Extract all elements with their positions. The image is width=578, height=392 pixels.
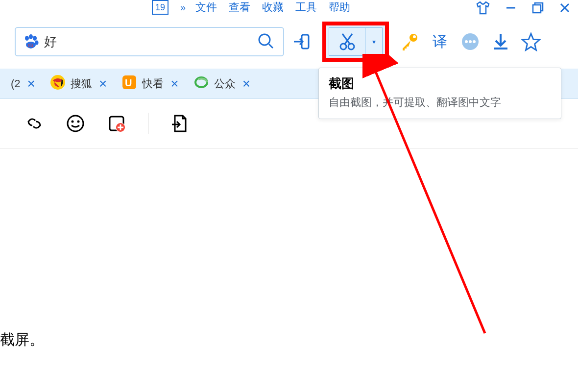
search-icon[interactable] bbox=[257, 32, 276, 51]
tab-close-icon[interactable]: × bbox=[25, 76, 35, 92]
tab-close-icon[interactable]: × bbox=[241, 76, 250, 92]
menu-favorites[interactable]: 收藏 bbox=[262, 0, 284, 15]
content-text: 截屏。 bbox=[0, 331, 44, 347]
screenshot-button-highlight: ▾ bbox=[322, 22, 389, 62]
svg-point-5 bbox=[25, 36, 29, 41]
file-export-icon[interactable] bbox=[170, 114, 190, 133]
key-icon[interactable] bbox=[400, 32, 419, 51]
link-icon[interactable] bbox=[24, 114, 44, 133]
address-bar-row: du ▾ 译 bbox=[0, 15, 578, 69]
menu-tools[interactable]: 工具 bbox=[295, 0, 317, 15]
menu-file[interactable]: 文件 bbox=[195, 0, 217, 15]
screenshot-button[interactable]: ▾ bbox=[329, 27, 383, 56]
add-page-icon[interactable] bbox=[107, 114, 126, 133]
svg-text:U: U bbox=[125, 77, 132, 88]
sogou-icon bbox=[50, 74, 66, 93]
tab-label: 搜狐 bbox=[71, 76, 92, 91]
search-input[interactable] bbox=[44, 34, 257, 49]
baidu-paw-icon: du bbox=[23, 33, 39, 50]
tooltip-description: 自由截图，并可提取、翻译图中文字 bbox=[329, 95, 551, 110]
tab-label: (2 bbox=[11, 77, 21, 90]
svg-text:du: du bbox=[28, 43, 33, 48]
calendar-day: 19 bbox=[155, 2, 165, 13]
tab-gongzhong[interactable]: 公众 × bbox=[188, 72, 256, 96]
tab-label: 公众 bbox=[214, 76, 236, 91]
svg-line-11 bbox=[269, 44, 273, 48]
close-icon[interactable] bbox=[558, 1, 571, 17]
tab-sogou[interactable]: 搜狐 × bbox=[44, 72, 113, 96]
svg-point-23 bbox=[473, 40, 476, 43]
divider bbox=[148, 113, 148, 134]
kuaikan-icon: U bbox=[121, 74, 137, 93]
svg-point-19 bbox=[413, 35, 416, 38]
svg-point-29 bbox=[68, 116, 83, 131]
more-icon[interactable] bbox=[460, 32, 480, 51]
tab-kuaikan[interactable]: U 快看 × bbox=[116, 72, 184, 96]
minimize-icon[interactable] bbox=[505, 1, 517, 17]
screenshot-dropdown[interactable]: ▾ bbox=[365, 38, 382, 46]
translate-icon[interactable]: 译 bbox=[430, 32, 450, 51]
svg-point-15 bbox=[348, 44, 354, 49]
svg-point-31 bbox=[77, 121, 80, 123]
shirt-icon[interactable] bbox=[475, 1, 491, 18]
search-box[interactable]: du bbox=[15, 27, 284, 56]
svg-point-30 bbox=[72, 121, 74, 123]
restore-icon[interactable] bbox=[531, 1, 545, 18]
scissors-icon[interactable] bbox=[329, 28, 365, 55]
menu-help[interactable]: 帮助 bbox=[329, 0, 350, 15]
tab-label: 快看 bbox=[142, 76, 164, 91]
login-icon[interactable] bbox=[292, 32, 312, 51]
more-chevrons-icon[interactable]: » bbox=[180, 2, 184, 13]
svg-point-21 bbox=[465, 40, 468, 43]
svg-rect-2 bbox=[533, 5, 541, 13]
smile-icon[interactable] bbox=[66, 114, 85, 133]
svg-point-6 bbox=[29, 34, 33, 39]
wechat-icon bbox=[193, 74, 209, 93]
chevron-down-icon: ▾ bbox=[372, 38, 376, 46]
svg-point-14 bbox=[340, 44, 346, 49]
svg-point-7 bbox=[33, 36, 37, 41]
menu-view[interactable]: 查看 bbox=[229, 0, 250, 15]
page-content: 截屏。 bbox=[0, 148, 578, 350]
toolbar: ▾ 译 bbox=[292, 22, 541, 62]
tab-1[interactable]: (2 × bbox=[5, 72, 41, 96]
tab-close-icon[interactable]: × bbox=[169, 76, 178, 92]
svg-point-10 bbox=[259, 34, 270, 45]
svg-point-22 bbox=[469, 40, 472, 43]
download-icon[interactable] bbox=[491, 32, 510, 51]
screenshot-tooltip: 截图 自由截图，并可提取、翻译图中文字 bbox=[318, 68, 561, 119]
tab-close-icon[interactable]: × bbox=[97, 76, 107, 92]
menu-bar: 19 » 文件 查看 收藏 工具 帮助 bbox=[0, 0, 578, 15]
tooltip-title: 截图 bbox=[329, 75, 551, 92]
star-icon[interactable] bbox=[521, 32, 541, 51]
calendar-icon[interactable]: 19 bbox=[152, 0, 169, 15]
